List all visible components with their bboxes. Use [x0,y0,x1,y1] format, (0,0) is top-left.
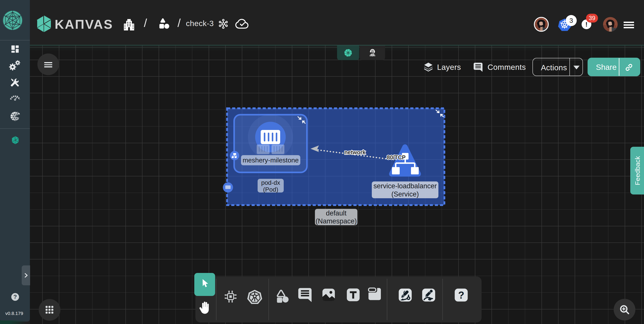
svg-text:network: network [344,149,366,155]
svg-text:?: ? [458,290,464,301]
svg-text:80/TCP: 80/TCP [387,154,406,161]
